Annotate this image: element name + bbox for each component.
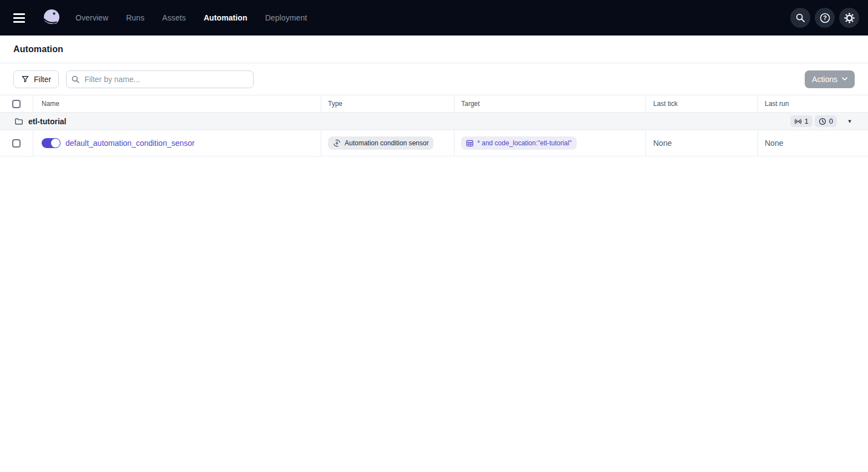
filter-by-name-input[interactable] bbox=[66, 70, 254, 88]
last-tick-value: None bbox=[653, 139, 672, 148]
chevron-down-icon bbox=[842, 77, 847, 81]
folder-icon bbox=[14, 117, 23, 126]
funnel-icon bbox=[21, 75, 29, 83]
primary-nav: Overview Runs Assets Automation Deployme… bbox=[75, 13, 307, 22]
column-header-type: Type bbox=[328, 100, 342, 108]
filter-button-label: Filter bbox=[34, 75, 51, 84]
help-button[interactable]: ? bbox=[815, 8, 835, 28]
sensor-count: 1 bbox=[805, 117, 809, 125]
table-header-row: Name Type Target Last tick Last run bbox=[0, 95, 868, 113]
nav-item-assets[interactable]: Assets bbox=[162, 13, 186, 22]
actions-button-label: Actions bbox=[812, 75, 837, 84]
search-icon bbox=[795, 13, 805, 23]
settings-button[interactable] bbox=[839, 8, 859, 28]
nav-item-deployment[interactable]: Deployment bbox=[265, 13, 307, 22]
column-header-last-run: Last run bbox=[765, 100, 789, 108]
asset-table-icon bbox=[466, 140, 473, 147]
sensor-enabled-toggle[interactable] bbox=[42, 138, 60, 148]
automation-condition-icon bbox=[333, 139, 341, 147]
svg-text:?: ? bbox=[823, 14, 826, 21]
sensor-icon bbox=[794, 118, 802, 125]
group-name: etl-tutorial bbox=[28, 117, 66, 126]
target-selection-label: * and code_location:"etl-tutorial" bbox=[477, 139, 572, 147]
nav-item-overview[interactable]: Overview bbox=[75, 13, 108, 22]
target-selection-tag[interactable]: * and code_location:"etl-tutorial" bbox=[461, 136, 577, 150]
search-icon bbox=[71, 75, 80, 84]
automation-table: Name Type Target Last tick Last run etl-… bbox=[0, 95, 868, 156]
gear-icon bbox=[844, 13, 855, 23]
table-row: default_automation_condition_sensor Auto… bbox=[0, 130, 868, 156]
column-header-target: Target bbox=[461, 100, 480, 108]
name-filter-field bbox=[66, 70, 254, 88]
column-header-last-tick: Last tick bbox=[653, 100, 678, 108]
top-navbar: Overview Runs Assets Automation Deployme… bbox=[0, 0, 868, 35]
select-all-checkbox[interactable] bbox=[12, 100, 21, 108]
toolbar: Filter Actions bbox=[0, 63, 868, 95]
sensor-name-link[interactable]: default_automation_condition_sensor bbox=[65, 139, 195, 148]
schedule-count-badge[interactable]: 0 bbox=[815, 115, 837, 127]
row-checkbox[interactable] bbox=[12, 139, 21, 148]
search-button[interactable] bbox=[790, 8, 810, 28]
column-header-name: Name bbox=[42, 100, 59, 108]
dagster-logo[interactable] bbox=[41, 7, 62, 28]
actions-button[interactable]: Actions bbox=[805, 70, 855, 88]
filter-button[interactable]: Filter bbox=[13, 70, 59, 88]
page-header: Automation bbox=[0, 35, 868, 63]
hamburger-menu-icon[interactable] bbox=[12, 8, 31, 27]
sensor-type-label: Automation condition sensor bbox=[345, 139, 428, 147]
clock-icon bbox=[819, 118, 826, 125]
group-collapse-caret-icon[interactable]: ▾ bbox=[845, 116, 855, 126]
dagster-logo-icon bbox=[41, 7, 62, 28]
page-title: Automation bbox=[13, 44, 63, 54]
schedule-count: 0 bbox=[829, 117, 833, 125]
sensor-count-badge[interactable]: 1 bbox=[790, 115, 813, 127]
last-run-value: None bbox=[765, 139, 783, 148]
help-icon: ? bbox=[820, 13, 830, 23]
sensor-type-badge: Automation condition sensor bbox=[328, 136, 433, 150]
nav-item-automation[interactable]: Automation bbox=[204, 13, 248, 22]
nav-item-runs[interactable]: Runs bbox=[126, 13, 144, 22]
group-row: etl-tutorial 1 0 ▾ bbox=[0, 113, 868, 130]
